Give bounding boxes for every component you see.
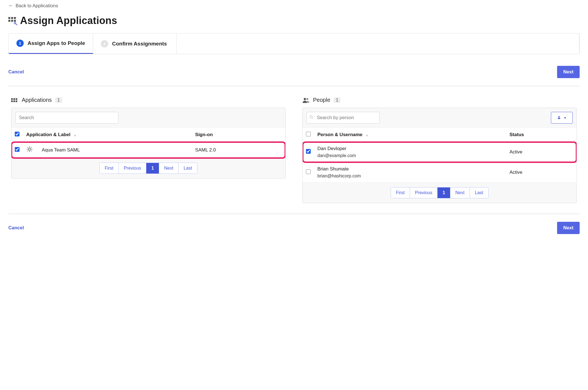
step-label: Assign Apps to People [28,40,85,46]
svg-point-5 [307,98,308,100]
next-button[interactable]: Next [557,222,580,234]
search-icon [309,115,314,121]
people-col-status: Status [506,128,577,142]
back-link-label: Back to Applications [16,3,58,9]
applications-col-sign-on: Sign-on [192,128,285,142]
svg-line-2 [17,24,17,25]
table-row[interactable]: Brian Shumate brian@hashicorp.com Active [303,162,577,183]
sort-asc-icon: ▲ [73,133,76,137]
cancel-link[interactable]: Cancel [8,225,24,231]
people-filter-button[interactable]: ▼ [551,112,573,124]
application-row-checkbox[interactable] [15,147,20,152]
people-panel-box: ▼ Person & Username ▲ Status [302,108,577,203]
applications-title: Applications [22,97,52,103]
pager-page-1[interactable]: 1 [438,187,450,198]
people-select-all-checkbox[interactable] [306,132,311,136]
person-name: Brian Shumate [317,166,503,172]
person-row-checkbox[interactable] [306,149,311,154]
wizard-step-filler [177,33,579,54]
svg-point-6 [310,115,312,118]
person-name: Dan Devloper [317,146,503,151]
pager-previous[interactable]: Previous [410,187,438,198]
step-label: Confirm Assignments [112,41,167,47]
pager-next[interactable]: Next [159,163,179,174]
cancel-link[interactable]: Cancel [8,69,24,75]
page-title-row: Assign Applications [8,15,580,27]
table-row[interactable]: Dan Devloper dan@example.com Active [303,142,577,162]
applications-select-all-header [11,128,23,142]
pager-page-1[interactable]: 1 [146,163,159,174]
person-email: dan@example.com [317,153,503,158]
applications-grid-icon [11,98,17,102]
people-panel: People 1 ▼ [302,97,577,203]
people-title: People [313,97,330,103]
applications-panel: Applications 1 Application & Label ▲ [11,97,286,203]
wizard-step-1[interactable]: 1 Assign Apps to People [9,33,93,54]
step-number-badge: 1 [16,40,24,47]
apps-grid-icon [8,17,16,24]
people-icon [302,97,310,103]
pager-first[interactable]: First [391,187,410,198]
application-sign-on: SAML 2.0 [192,142,285,158]
applications-search-bar [11,108,285,128]
applications-panel-box: Application & Label ▲ Sign-on [11,108,286,179]
chevron-down-icon: ▼ [564,116,567,119]
action-row-top: Cancel Next [8,66,580,86]
person-status: Active [506,162,577,183]
people-search-bar: ▼ [303,108,577,128]
step-number-badge: 2 [101,40,108,47]
pager-next[interactable]: Next [450,187,470,198]
key-icon [14,22,18,26]
applications-pager-row: First Previous 1 Next Last [11,158,285,178]
pager-previous[interactable]: Previous [119,163,146,174]
people-pager-row: First Previous 1 Next Last [303,183,577,203]
people-search-input[interactable] [307,112,380,124]
gear-icon [26,146,33,153]
svg-point-4 [304,98,306,100]
applications-select-all-checkbox[interactable] [15,132,20,136]
people-col-person[interactable]: Person & Username ▲ [314,128,506,142]
svg-point-3 [28,148,31,150]
people-pager: First Previous 1 Next Last [391,187,489,198]
applications-count-badge: 1 [55,97,62,103]
applications-table: Application & Label ▲ Sign-on [11,128,285,158]
person-status: Active [506,142,577,162]
pager-last[interactable]: Last [179,163,197,174]
page-title: Assign Applications [20,15,117,27]
people-table: Person & Username ▲ Status Dan Devloper [303,128,577,183]
table-row[interactable]: Aqua Team SAML SAML 2.0 [11,142,285,158]
arrow-left-icon: ← [8,3,13,9]
applications-col-app-label[interactable]: Application & Label ▲ [23,128,192,142]
person-icon [557,115,561,120]
application-name: Aqua Team SAML [38,142,192,158]
svg-point-8 [558,116,560,117]
back-to-applications-link[interactable]: ← Back to Applications [8,3,58,9]
applications-pager: First Previous 1 Next Last [99,163,197,174]
panels-row: Applications 1 Application & Label ▲ [8,97,580,203]
sort-asc-icon: ▲ [365,133,368,137]
pager-last[interactable]: Last [470,187,488,198]
people-select-all-header [303,128,314,142]
wizard-step-2[interactable]: 2 Confirm Assignments [93,33,177,54]
action-row-bottom: Cancel Next [8,214,580,242]
wizard-steps: 1 Assign Apps to People 2 Confirm Assign… [8,33,580,54]
svg-line-7 [312,118,313,119]
people-panel-header: People 1 [302,97,577,103]
applications-panel-header: Applications 1 [11,97,286,103]
next-button[interactable]: Next [557,66,580,78]
applications-search-input[interactable] [15,112,118,124]
pager-first[interactable]: First [100,163,119,174]
person-row-checkbox[interactable] [306,169,311,174]
people-count-badge: 1 [334,97,341,103]
person-email: brian@hashicorp.com [317,174,503,179]
